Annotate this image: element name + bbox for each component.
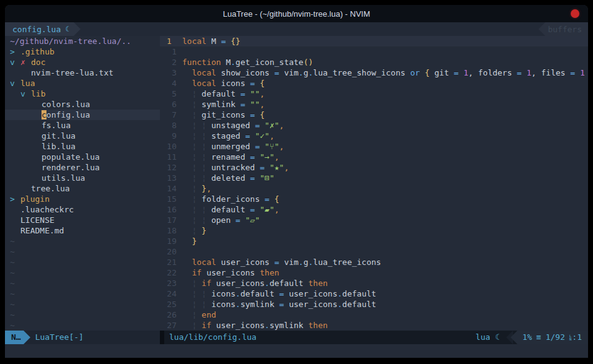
screen: LuaTree - (~/github/nvim-tree.lua) - NVI… bbox=[0, 0, 593, 364]
code-line[interactable]: 22 if user_icons then bbox=[160, 267, 588, 278]
tabline-spacer bbox=[81, 22, 539, 36]
empty-line-tilde: ~ bbox=[5, 310, 160, 320]
tree-item-label: utils.lua bbox=[42, 173, 85, 183]
code-text: ¦ ¦ unstaged = "✗", bbox=[182, 120, 588, 131]
tree-file-renderer.lua[interactable]: renderer.lua bbox=[5, 162, 160, 173]
line-number: 2 bbox=[160, 57, 182, 67]
line-number: 19 bbox=[160, 236, 182, 246]
mode-indicator: N… bbox=[5, 331, 24, 344]
line-number: 10 bbox=[160, 141, 182, 152]
tree-file-.luacheckrc[interactable]: .luacheckrc bbox=[5, 204, 160, 215]
code-text: ¦ ¦ staged = "✓", bbox=[182, 131, 588, 141]
line-number: 5 bbox=[160, 89, 182, 99]
code-text: ¦ git_icons = { bbox=[182, 110, 588, 120]
tab-config-lua[interactable]: config.lua ☾ bbox=[5, 22, 74, 36]
tree-file-git.lua[interactable]: git.lua bbox=[5, 131, 160, 141]
tree-folder-lua[interactable]: vlua bbox=[5, 78, 160, 89]
command-line[interactable] bbox=[5, 344, 588, 358]
code-line[interactable]: 1 bbox=[160, 46, 588, 57]
lua-moon-icon: ☾ bbox=[495, 331, 500, 344]
code-text: function M.get_icon_state() bbox=[182, 57, 588, 67]
code-line[interactable]: 18 ¦ } bbox=[160, 225, 588, 236]
filetype-label: lua bbox=[476, 331, 490, 344]
tree-item-label: LICENSE bbox=[20, 215, 55, 225]
tree-folder-plugin[interactable]: >plugin bbox=[5, 194, 160, 204]
tree-file-colors.lua[interactable]: colors.lua bbox=[5, 99, 160, 110]
code-line[interactable]: 26 ¦ end bbox=[160, 310, 588, 320]
code-line[interactable]: 6 ¦ symlink = "", bbox=[160, 99, 588, 110]
code-text: ¦ default = "", bbox=[182, 89, 588, 99]
tree-item-label: lib.lua bbox=[42, 141, 76, 152]
code-line[interactable]: 1local M = {} bbox=[160, 36, 588, 46]
code-text: local M = {} bbox=[182, 36, 588, 46]
code-line[interactable]: 17 ¦ ¦ open = "▱" bbox=[160, 215, 588, 225]
code-line[interactable]: 9 ¦ ¦ staged = "✓", bbox=[160, 131, 588, 141]
code-line[interactable]: 15 ¦ folder_icons = { bbox=[160, 194, 588, 204]
line-number: 24 bbox=[160, 288, 182, 299]
tree-folder-doc[interactable]: v✗doc bbox=[5, 57, 160, 67]
line-number: 21 bbox=[160, 257, 182, 267]
tree-file-populate.lua[interactable]: populate.lua bbox=[5, 152, 160, 162]
tree-item-label: git.lua bbox=[42, 131, 76, 141]
code-line[interactable]: 14 ¦ }, bbox=[160, 183, 588, 194]
code-line[interactable]: 3 local show_icons = vim.g.lua_tree_show… bbox=[160, 67, 588, 78]
code-text: if user_icons then bbox=[182, 267, 588, 278]
code-text: ¦ ¦ open = "▱" bbox=[182, 215, 588, 225]
line-number: 1 bbox=[160, 46, 182, 57]
tree-file-LICENSE[interactable]: LICENSE bbox=[5, 215, 160, 225]
code-pane[interactable]: 1local M = {}12function M.get_icon_state… bbox=[160, 36, 588, 331]
code-line[interactable]: 8 ¦ ¦ unstaged = "✗", bbox=[160, 120, 588, 131]
code-line[interactable]: 5 ¦ default = "", bbox=[160, 89, 588, 99]
code-line[interactable]: 20 bbox=[160, 246, 588, 257]
tree-file-README.md[interactable]: README.md bbox=[5, 225, 160, 236]
tree-item-label: doc bbox=[31, 57, 45, 67]
tree-item-label: README.md bbox=[20, 225, 64, 236]
close-button[interactable] bbox=[571, 9, 579, 18]
code-line[interactable]: 24 ¦ ¦ icons.default = user_icons.defaul… bbox=[160, 288, 588, 299]
code-text bbox=[182, 46, 588, 57]
code-line[interactable]: 7 ¦ git_icons = { bbox=[160, 110, 588, 120]
nvim-window: LuaTree - (~/github/nvim-tree.lua) - NVI… bbox=[5, 5, 588, 358]
code-line[interactable]: 2function M.get_icon_state() bbox=[160, 57, 588, 67]
code-line[interactable]: 25 ¦ ¦ icons.symlink = user_icons.defaul… bbox=[160, 299, 588, 310]
indent-slot bbox=[31, 173, 42, 183]
tree-file-nvim-tree-lua.txt[interactable]: nvim-tree-lua.txt bbox=[5, 67, 160, 78]
title-bar[interactable]: LuaTree - (~/github/nvim-tree.lua) - NVI… bbox=[5, 5, 588, 22]
indent-slot bbox=[20, 67, 31, 78]
tree-item-label: nvim-tree-lua.txt bbox=[31, 67, 113, 78]
column-number: :1 bbox=[572, 331, 582, 344]
line-number: 6 bbox=[160, 99, 182, 110]
code-line[interactable]: 4 local icons = { bbox=[160, 78, 588, 89]
code-line[interactable]: 23 ¦ if user_icons.default then bbox=[160, 278, 588, 288]
buffers-section[interactable]: buffers bbox=[545, 22, 588, 36]
code-line[interactable]: 13 ¦ ¦ deleted = "⊟" bbox=[160, 173, 588, 183]
indent-slot bbox=[31, 99, 42, 110]
tree-item-label: lib bbox=[31, 89, 45, 99]
tree-file-lib.lua[interactable]: lib.lua bbox=[5, 141, 160, 152]
tree-folder-lib[interactable]: vlib bbox=[5, 89, 160, 99]
git-status-icon: ✗ bbox=[20, 57, 31, 67]
tree-file-config.lua[interactable]: config.lua bbox=[5, 110, 160, 120]
editor-split: ~/github/nvim-tree.lua/.. >.githubv✗docn… bbox=[5, 36, 588, 331]
code-line[interactable]: 19 } bbox=[160, 236, 588, 246]
code-line[interactable]: 10 ¦ ¦ unmerged = "⑂", bbox=[160, 141, 588, 152]
code-text: ¦ folder_icons = { bbox=[182, 194, 588, 204]
code-line[interactable]: 11 ¦ ¦ renamed = "→", bbox=[160, 152, 588, 162]
statusline-position-segment: 1% ≡ 1/92 LN:1 bbox=[517, 331, 588, 344]
scroll-percent: 1% bbox=[522, 331, 532, 344]
tree-item-label: .luacheckrc bbox=[20, 204, 74, 215]
tree-file-utils.lua[interactable]: utils.lua bbox=[5, 173, 160, 183]
indent-slot bbox=[10, 225, 20, 236]
tree-folder-.github[interactable]: >.github bbox=[5, 46, 160, 57]
tree-item-label: tree.lua bbox=[31, 183, 70, 194]
tree-file-tree.lua[interactable]: tree.lua bbox=[5, 183, 160, 194]
file-tree-pane[interactable]: ~/github/nvim-tree.lua/.. >.githubv✗docn… bbox=[5, 36, 160, 331]
code-text: } bbox=[182, 236, 588, 246]
code-line[interactable]: 27 ¦ if user_icons.symlink then bbox=[160, 320, 588, 331]
indent-slot bbox=[31, 131, 42, 141]
code-line[interactable]: 12 ¦ ¦ untracked = "★", bbox=[160, 162, 588, 173]
tree-file-fs.lua[interactable]: fs.lua bbox=[5, 120, 160, 131]
tree-item-label: config.lua bbox=[42, 110, 90, 120]
code-line[interactable]: 16 ¦ ¦ default = "▰", bbox=[160, 204, 588, 215]
code-line[interactable]: 21 local user_icons = vim.g.lua_tree_ico… bbox=[160, 257, 588, 267]
